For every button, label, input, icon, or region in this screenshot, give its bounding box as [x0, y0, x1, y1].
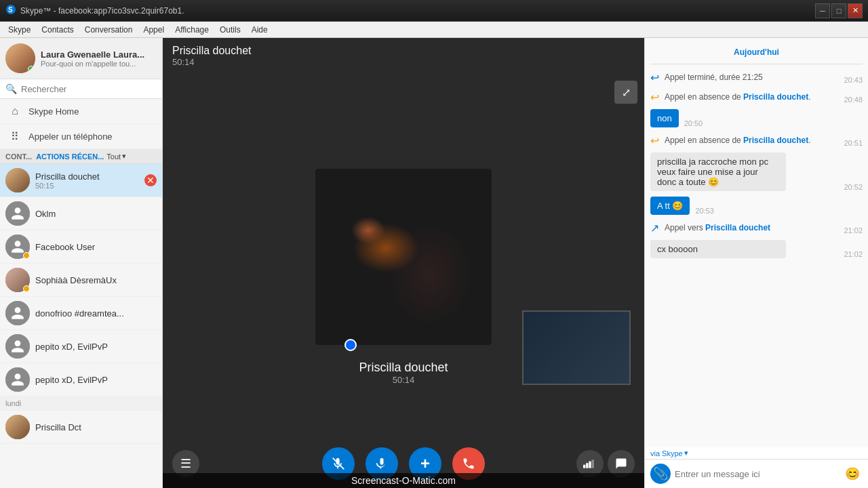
profile-info: Laura Gwenaelle Laura... Pour-quoi on m'… [41, 49, 157, 68]
missed-call-text: Appel en absence de Priscilla douchet. [665, 136, 838, 145]
message-call-out: ↗ Appel vers Priscilla douchet 21:02 [650, 220, 863, 235]
menu-conversation[interactable]: Conversation [79, 22, 138, 37]
watermark: Screencast-O-Matic.com [163, 473, 644, 488]
contact-avatar [5, 168, 30, 192]
nav-skype-home[interactable]: ⌂ Skype Home [0, 99, 162, 124]
contact-name: Priscilla douchet [35, 171, 144, 182]
emoji-button[interactable]: 😊 [842, 464, 863, 484]
contact-item-facebook-user[interactable]: Facebook User [0, 230, 162, 264]
maximize-button[interactable]: □ [831, 3, 846, 18]
contacts-tout[interactable]: Tout ▾ [106, 152, 126, 161]
message-bubble-other: cx boooon [650, 240, 786, 258]
contact-list: Priscilla douchet 50:15 ✕ Oklm [0, 164, 162, 488]
chevron-down-icon: ▾ [122, 152, 126, 161]
menu-appel[interactable]: Appel [138, 22, 170, 37]
via-skype-chevron: ▾ [684, 449, 688, 458]
contact-item-pepito-2[interactable]: pepito xD, EvilPvP [0, 363, 162, 396]
contact-item-pepito-1[interactable]: pepito xD, EvilPvP [0, 330, 162, 363]
close-button[interactable]: ✕ [848, 3, 863, 18]
chat-panel: Aujourd'hui ↩ Appel terminé, durée 21:25… [644, 38, 868, 488]
caller-photo [315, 169, 492, 345]
chat-footer: 📎 😊 [645, 459, 868, 488]
call-contact-name: Priscilla douchet [172, 45, 635, 57]
missed-call-icon: ↩ [650, 134, 659, 147]
minimize-button[interactable]: ─ [815, 3, 830, 18]
contact-badge: ✕ [144, 174, 157, 186]
message-missed-call-1: ↩ Appel en absence de Priscilla douchet.… [650, 89, 863, 104]
message-time: 20:51 [844, 139, 863, 147]
contact-name: Sophiàà DèsremàUx [35, 275, 157, 285]
profile-name: Laura Gwenaelle Laura... [41, 49, 157, 60]
call-out-text: Appel vers Priscilla douchet [665, 223, 838, 232]
nav-call-phone[interactable]: ⠿ Appeler un téléphone [0, 124, 162, 149]
contact-item-sophiaa[interactable]: Sophiàà DèsremàUx [0, 264, 162, 297]
profile-status: Pour-quoi on m'appelle tou... [41, 60, 157, 68]
call-end-icon: ↩ [650, 71, 659, 84]
contact-info: pepito xD, EvilPvP [35, 375, 157, 385]
contact-item-donofrioo[interactable]: donofrioo #dreamtea... [0, 297, 162, 330]
contact-avatar [5, 301, 30, 325]
window-controls: ─ □ ✕ [815, 3, 863, 18]
message-missed-call-2: ↩ Appel en absence de Priscilla douchet.… [650, 133, 863, 147]
nav-call-label: Appeler un téléphone [28, 131, 113, 142]
message-time: 20:53 [695, 207, 714, 215]
menu-skype[interactable]: Skype [3, 22, 36, 37]
contact-sub: 50:15 [35, 182, 144, 190]
missed-call-text: Appel en absence de Priscilla douchet. [665, 92, 838, 102]
app-icon: S [5, 4, 16, 17]
message-time: 20:50 [684, 119, 703, 127]
attachment-button[interactable]: 📎 [650, 464, 671, 484]
avatar [5, 43, 35, 73]
message-time: 21:02 [844, 226, 863, 235]
contacts-actions-label[interactable]: ACTIONS RÉCEN... [36, 152, 104, 161]
expand-button[interactable]: ⤢ [614, 81, 637, 104]
contact-avatar [5, 367, 30, 392]
contact-item-priscilla[interactable]: Priscilla douchet 50:15 ✕ [0, 164, 162, 197]
contact-name: Facebook User [35, 242, 157, 252]
menu-outils[interactable]: Outils [214, 22, 246, 37]
main-container: Laura Gwenaelle Laura... Pour-quoi on m'… [0, 38, 868, 488]
call-end-text: Appel terminé, durée 21:25 [665, 73, 838, 82]
contact-info: Priscilla douchet 50:15 [35, 171, 144, 190]
message-bubble-other: priscilla ja raccroche mon pc veux faire… [650, 152, 786, 191]
contact-name: Priscilla Dct [35, 422, 157, 432]
phone-icon: ⠿ [8, 129, 22, 143]
nav-home-label: Skype Home [28, 106, 79, 117]
contact-item-oklm[interactable]: Oklm [0, 197, 162, 230]
contact-info: pepito xD, EvilPvP [35, 342, 157, 352]
message-time: 20:52 [844, 183, 863, 191]
search-input[interactable] [21, 84, 157, 94]
message-non: non 20:50 [650, 109, 863, 127]
contacts-header: CONT... ACTIONS RÉCEN... Tout ▾ [0, 149, 162, 164]
message-time: 20:48 [844, 96, 863, 104]
contact-name: Oklm [35, 209, 157, 219]
via-skype: via Skype ▾ [645, 447, 868, 459]
online-status-dot [28, 66, 35, 73]
message-bubble-sent: A tt 😊 [650, 197, 690, 215]
contact-info: Oklm [35, 209, 157, 219]
svg-rect-5 [589, 462, 591, 468]
message-raccroche: priscilla ja raccroche mon pc veux faire… [650, 152, 863, 191]
call-duration: 50:14 [172, 57, 635, 67]
contact-item-priscilla-dct[interactable]: Priscilla Dct [0, 411, 162, 444]
menu-affichage[interactable]: Affichage [170, 22, 214, 37]
contact-status-dot [23, 252, 30, 259]
contact-name: pepito xD, EvilPvP [35, 342, 157, 352]
menu-bar: Skype Contacts Conversation Appel Affich… [0, 22, 868, 38]
contact-avatar [5, 268, 30, 292]
home-icon: ⌂ [8, 104, 22, 118]
call-video-area: ⤢ Priscilla douchet 50:14 [163, 74, 644, 439]
menu-contacts[interactable]: Contacts [36, 22, 79, 37]
badge-icon: ✕ [146, 175, 155, 186]
svg-text:S: S [8, 6, 13, 14]
chat-input[interactable] [675, 469, 838, 479]
contact-name: pepito xD, EvilPvP [35, 375, 157, 385]
search-icon: 🔍 [5, 83, 17, 94]
title-bar: S Skype™ - facebook:app7ico3svc.2quir67o… [0, 0, 868, 22]
svg-rect-4 [586, 463, 588, 468]
contact-avatar [5, 201, 30, 226]
contacts-tab-label: CONT... [5, 152, 32, 161]
menu-aide[interactable]: Aide [246, 22, 273, 37]
sidebar: Laura Gwenaelle Laura... Pour-quoi on m'… [0, 38, 163, 488]
search-bar: 🔍 [0, 79, 162, 99]
